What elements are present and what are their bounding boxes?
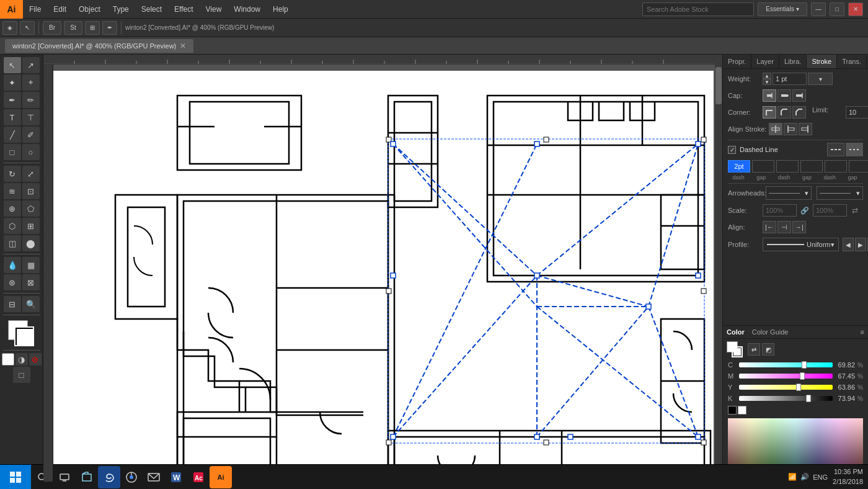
lang-indicator[interactable]: ENG bbox=[813, 473, 828, 481]
canvas-area[interactable] bbox=[43, 55, 722, 489]
warp-tool[interactable]: ≋ bbox=[4, 183, 21, 199]
vertical-scrollbar[interactable] bbox=[715, 55, 722, 489]
menu-type[interactable]: Type bbox=[107, 0, 135, 18]
swatch-black[interactable] bbox=[728, 406, 737, 415]
perspective-tool[interactable]: ⬡ bbox=[4, 218, 21, 234]
dashed-opt-1[interactable] bbox=[827, 143, 844, 156]
scale-input-2[interactable] bbox=[813, 204, 847, 217]
color-guide-tab[interactable]: Color Guide bbox=[752, 328, 789, 336]
magenta-slider[interactable] bbox=[739, 374, 833, 379]
free-transform-tool[interactable]: ⊡ bbox=[22, 183, 40, 199]
menu-window[interactable]: Window bbox=[228, 0, 267, 18]
shape-builder-tool[interactable]: ⊕ bbox=[4, 200, 21, 217]
direct-selection-tool[interactable]: ↗ bbox=[22, 57, 40, 73]
close-btn[interactable]: ✕ bbox=[848, 2, 863, 16]
tab-libraries[interactable]: Libra. bbox=[779, 55, 807, 68]
explorer-taskbar-btn[interactable] bbox=[76, 466, 98, 488]
tab-stroke[interactable]: Stroke bbox=[807, 55, 837, 68]
cap-round[interactable] bbox=[777, 89, 791, 102]
brush-tool[interactable]: ✏ bbox=[22, 92, 40, 108]
touch-type-tool[interactable]: ⊤ bbox=[22, 109, 40, 125]
scale-lock-icon[interactable]: 🔗 bbox=[799, 205, 810, 216]
default-colors-btn[interactable]: ◩ bbox=[762, 343, 774, 356]
weight-stepper[interactable]: ▲ ▼ bbox=[763, 73, 771, 85]
minimize-btn[interactable]: — bbox=[811, 2, 826, 16]
network-icon[interactable]: 📶 bbox=[788, 473, 797, 481]
swatch-white[interactable] bbox=[738, 406, 746, 415]
workspace-selector[interactable]: Essentials ▾ bbox=[758, 2, 807, 16]
artboard-tool[interactable]: ⊟ bbox=[4, 296, 21, 312]
swap-colors-btn[interactable]: ⇄ bbox=[748, 343, 760, 356]
menu-object[interactable]: Object bbox=[73, 0, 107, 18]
vertical-scroll-thumb[interactable] bbox=[715, 67, 722, 104]
profile-selector[interactable]: Uniform ▾ bbox=[763, 238, 839, 251]
tab-transform[interactable]: Trans. bbox=[837, 55, 867, 68]
dashed-line-checkbox[interactable] bbox=[728, 146, 736, 154]
color-tab[interactable]: Color bbox=[727, 328, 745, 336]
line-tool[interactable]: ╱ bbox=[4, 127, 21, 143]
selection-tool[interactable]: ↖ bbox=[4, 57, 21, 73]
stock-search-input[interactable] bbox=[642, 2, 754, 16]
doc-tab-close-btn[interactable]: ✕ bbox=[180, 42, 186, 50]
pen-btn[interactable]: ✒ bbox=[102, 21, 117, 35]
align-inside[interactable] bbox=[784, 123, 797, 135]
corner-bevel[interactable] bbox=[792, 106, 806, 119]
live-paint-tool[interactable]: ⬠ bbox=[22, 200, 40, 217]
chart-tool[interactable]: ▦ bbox=[22, 257, 40, 273]
dash-3-input[interactable] bbox=[825, 160, 847, 173]
stroke-icon[interactable] bbox=[732, 346, 743, 357]
gradient-tool[interactable]: ◫ bbox=[4, 235, 21, 251]
gap-2-input[interactable] bbox=[800, 160, 823, 173]
magic-wand-tool[interactable]: ✦ bbox=[4, 74, 21, 91]
mesh-tool[interactable]: ⊞ bbox=[22, 218, 40, 234]
scale-swap-icon[interactable]: ⇄ bbox=[849, 205, 861, 216]
black-slider[interactable] bbox=[739, 396, 833, 401]
mail-taskbar-btn[interactable] bbox=[143, 466, 165, 488]
bridge-btn[interactable]: Br bbox=[43, 21, 61, 35]
gradient-mode-btn[interactable]: ◑ bbox=[16, 353, 28, 366]
maximize-btn[interactable]: □ bbox=[830, 2, 844, 16]
dash-2-input[interactable] bbox=[776, 160, 799, 173]
pen-tool[interactable]: ✒ bbox=[4, 92, 21, 108]
ellipse-tool[interactable]: ○ bbox=[22, 144, 40, 160]
align-end-btn[interactable]: →| bbox=[792, 221, 806, 233]
type-tool[interactable]: T bbox=[4, 109, 21, 125]
menu-select[interactable]: Select bbox=[135, 0, 168, 18]
profile-prev-btn[interactable]: ◀ bbox=[843, 238, 854, 251]
color-panel-menu[interactable]: ≡ bbox=[861, 328, 864, 336]
corner-round[interactable] bbox=[777, 106, 791, 119]
menu-file[interactable]: File bbox=[23, 0, 47, 18]
start-button[interactable] bbox=[0, 465, 31, 490]
dashed-opt-2[interactable] bbox=[846, 143, 863, 156]
menu-edit[interactable]: Edit bbox=[47, 0, 73, 18]
weight-input[interactable] bbox=[773, 73, 807, 85]
corner-miter[interactable] bbox=[763, 106, 776, 119]
edge-taskbar-btn[interactable] bbox=[98, 466, 120, 488]
pdf-taskbar-btn[interactable]: Ac bbox=[187, 466, 210, 488]
align-start-btn[interactable]: |← bbox=[763, 221, 776, 233]
align-outside[interactable] bbox=[799, 123, 812, 135]
menu-view[interactable]: View bbox=[200, 0, 228, 18]
select-tool-btn[interactable]: ◈ bbox=[2, 21, 17, 35]
chrome-taskbar-btn[interactable] bbox=[120, 466, 143, 488]
none-mode-btn[interactable]: ⊘ bbox=[29, 353, 42, 366]
dash-1-input[interactable] bbox=[728, 160, 750, 173]
volume-icon[interactable]: 🔊 bbox=[800, 473, 809, 481]
symbol-tool[interactable]: ⊛ bbox=[4, 274, 21, 290]
menu-effect[interactable]: Effect bbox=[168, 0, 199, 18]
yellow-slider[interactable] bbox=[739, 385, 833, 390]
menu-help[interactable]: Help bbox=[267, 0, 294, 18]
lasso-tool[interactable]: ⌖ bbox=[22, 74, 40, 91]
illustrator-taskbar-btn[interactable]: Ai bbox=[210, 466, 232, 488]
clock[interactable]: 10:36 PM 2/18/2018 bbox=[833, 467, 863, 487]
draw-mode-btn[interactable]: □ bbox=[13, 367, 30, 383]
cap-butt[interactable] bbox=[763, 89, 776, 102]
grid-btn[interactable]: ⊞ bbox=[85, 21, 100, 35]
rotate-tool[interactable]: ↻ bbox=[4, 166, 21, 182]
rect-tool[interactable]: □ bbox=[4, 144, 21, 160]
tab-layers[interactable]: Layer bbox=[751, 55, 779, 68]
color-mode-btn[interactable] bbox=[2, 353, 14, 366]
eyedropper-tool[interactable]: 💧 bbox=[4, 257, 21, 273]
pencil-tool[interactable]: ✐ bbox=[22, 127, 40, 143]
weight-down[interactable]: ▼ bbox=[763, 79, 771, 85]
